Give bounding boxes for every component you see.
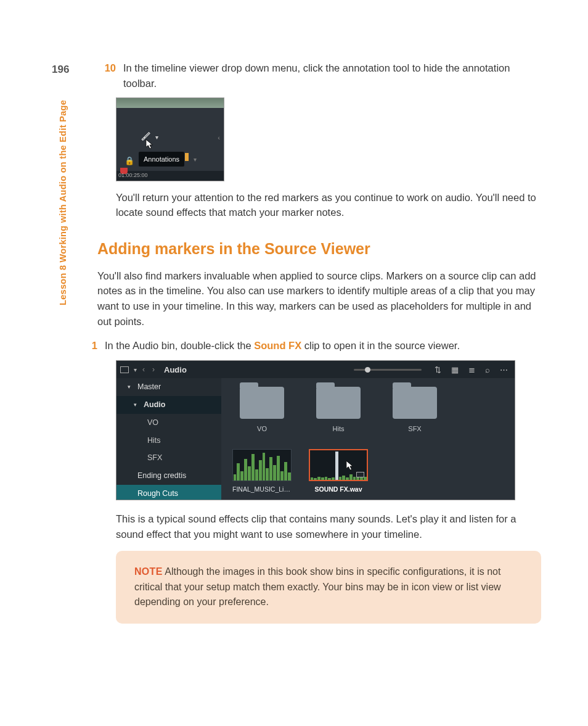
sort-icon: ⇅ [431,364,444,376]
bin-grid: VO Hits SFX FINAL_MUSIC_Living. [221,378,515,500]
thumbnail-size-slider [354,369,422,371]
more-icon: ⋯ [497,364,511,376]
clip-label: SOUND FX.wav [309,485,368,495]
sound-fx-label: Sound FX [254,340,301,351]
step-10: 10 In the timeline viewer drop down menu… [97,60,541,91]
grid-view-icon: ▦ [448,364,462,376]
clip-label: FINAL_MUSIC_Living... [232,485,292,495]
note-box: NOTE Although the images in this book sh… [116,551,541,624]
cursor-icon [346,460,354,476]
viewer-strip [116,98,224,108]
step-number: 10 [97,60,116,91]
chevron-down-icon: ▾ [134,365,137,374]
tree-node-ending: Ending credtis [116,467,221,485]
folder-icon [240,387,284,419]
step-text: In the Audio bin, double-click the Sound… [97,338,541,353]
clip-badge-icon [356,472,364,477]
bin-tree: ▾Master ▾Audio VO Hits SFX Ending credti… [116,378,221,500]
caret-down-icon: ▾ [134,401,140,410]
text-fragment: clip to open it in the source viewer. [301,340,460,351]
svg-marker-0 [146,139,153,149]
chevron-down-icon: ▾ [155,133,158,142]
tree-node-rough-cuts: Rough Cuts [116,485,221,501]
page-content: 10 In the timeline viewer drop down menu… [97,60,541,624]
note-label: NOTE [134,566,163,577]
folder-label: VO [232,424,292,434]
breadcrumb: Audio [164,364,187,376]
page-number: 196 [52,62,69,78]
text-fragment: In the Audio bin, double-click the [105,340,254,351]
chevron-down-icon: ▾ [194,155,197,164]
bin-folder-vo: VO [232,387,292,434]
folder-icon [316,387,361,419]
bin-folder-hits: Hits [309,387,368,434]
tree-node-audio: ▾Audio [116,396,221,414]
panel-layout-icon [120,366,129,373]
screenshot-media-pool: ▾ ‹ › Audio ⇅ ▦ ≣ ⌕ ⋯ ▾Master ▾Audio VO … [116,360,515,500]
screenshot-annotation-toolbar: ▾ ‹ 🔒 Annotations ▾ 01:00:25:00 [116,97,224,181]
chevron-left-icon: ‹ [218,133,220,143]
paragraph: This is a typical sound effects clip tha… [116,511,541,542]
bin-clip-music: FINAL_MUSIC_Living... [232,449,292,495]
section-intro: You'll also find markers invaluable when… [97,268,541,329]
folder-label: SFX [385,424,444,434]
tree-node-hits: Hits [116,432,221,450]
folder-label: Hits [309,424,368,434]
paragraph: You'll return your attention to the red … [116,190,541,221]
tree-node-master: ▾Master [116,378,221,396]
search-icon: ⌕ [482,364,493,376]
bin-topbar: ▾ ‹ › Audio ⇅ ▦ ≣ ⌕ ⋯ [116,361,515,378]
tree-node-vo: VO [116,414,221,432]
marker-pin-icon [185,153,189,161]
annotation-tooltip: Annotations [139,152,184,167]
nav-back-icon: ‹ [141,364,147,375]
step-1: 1 In the Audio bin, double-click the Sou… [97,338,541,353]
list-view-icon: ≣ [465,364,478,376]
step-number: 1 [79,338,97,353]
timecode-label: 01:00:25:00 [118,171,148,180]
nav-forward-icon: › [150,364,157,375]
note-text: Although the images in this book show bi… [134,566,501,608]
waveform-thumb-selected [309,449,368,481]
waveform-thumb [232,449,292,481]
lesson-side-label: Lesson 8 Working with Audio on the Edit … [57,100,70,305]
tree-label: Audio [144,399,165,411]
tree-node-sfx: SFX [116,449,221,467]
caret-down-icon: ▾ [128,383,134,392]
section-heading: Adding markers in the Source Viewer [97,237,541,261]
svg-marker-1 [346,461,353,470]
step-text: In the timeline viewer drop down menu, c… [116,60,541,91]
tree-label: Master [137,381,161,393]
bin-folder-sfx: SFX [385,387,444,434]
bin-clip-soundfx: SOUND FX.wav [309,449,368,495]
folder-icon [393,387,437,419]
waveform-bars [233,450,291,481]
lock-icon: 🔒 [125,155,134,167]
slider-knob [365,367,370,373]
